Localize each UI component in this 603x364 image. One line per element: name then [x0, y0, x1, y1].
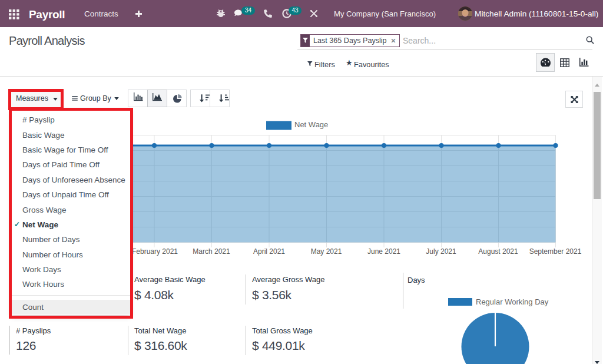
- svg-text:September 2021: September 2021: [529, 247, 582, 256]
- svg-text:April 2021: April 2021: [253, 247, 285, 256]
- svg-text:Net Wage: Net Wage: [294, 120, 328, 129]
- svg-text:May 2021: May 2021: [311, 247, 342, 256]
- svg-text:February 2021: February 2021: [132, 247, 178, 256]
- svg-text:June 2021: June 2021: [367, 247, 400, 256]
- svg-text:March 2021: March 2021: [193, 247, 230, 256]
- svg-text:August 2021: August 2021: [478, 247, 518, 256]
- svg-text:July 2021: July 2021: [426, 247, 456, 256]
